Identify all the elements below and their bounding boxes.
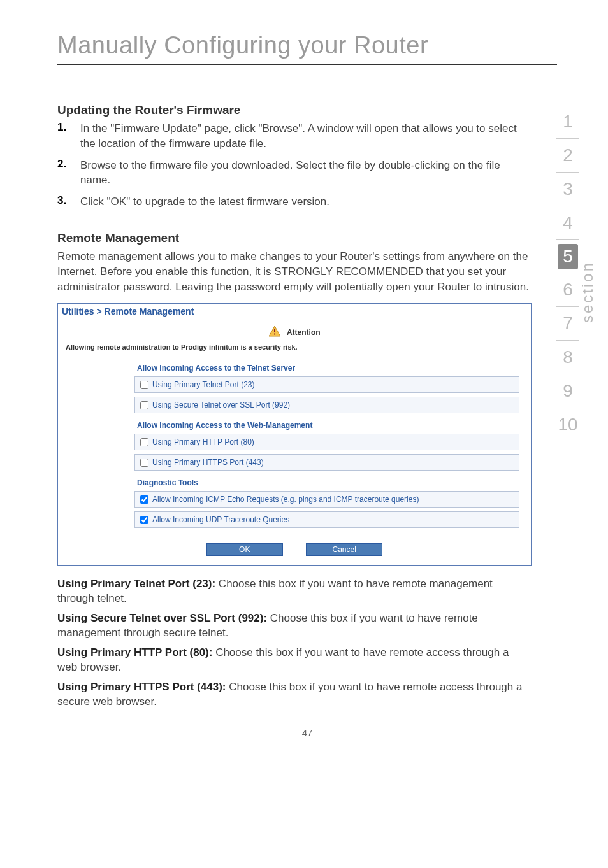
- page-number: 47: [57, 727, 557, 738]
- https-checkbox[interactable]: [140, 459, 148, 467]
- attention-label: Attention: [287, 328, 321, 337]
- nav-5[interactable]: 5: [558, 244, 578, 269]
- option-row[interactable]: Allow Incoming UDP Traceroute Queries: [134, 511, 519, 528]
- panel-header: Utilities > Remote Management: [58, 304, 531, 319]
- definition-telnet-992: Using Secure Telnet over SSL Port (992):…: [57, 611, 532, 641]
- list-item: 1. In the "Firmware Update" page, click …: [57, 121, 532, 152]
- nav-10[interactable]: 10: [556, 408, 579, 441]
- option-row[interactable]: Allow Incoming ICMP Echo Requests (e.g. …: [134, 491, 519, 508]
- definition-telnet-23: Using Primary Telnet Port (23): Choose t…: [57, 577, 532, 606]
- remote-intro: Remote management allows you to make cha…: [57, 249, 532, 294]
- options-block: Allow Incoming Access to the Telnet Serv…: [134, 360, 519, 528]
- udp-traceroute-checkbox[interactable]: [140, 516, 148, 524]
- section-label: section: [579, 261, 597, 323]
- option-label: Using Primary HTTP Port (80): [152, 438, 254, 446]
- step-num: 2.: [57, 158, 80, 189]
- svg-rect-2: [274, 334, 275, 335]
- page-title: Manually Configuring your Router: [57, 32, 557, 65]
- definition-https-443: Using Primary HTTPS Port (443): Choose t…: [57, 680, 532, 709]
- option-row[interactable]: Using Secure Telnet over SSL Port (992): [134, 397, 519, 413]
- definition-http-80: Using Primary HTTP Port (80): Choose thi…: [57, 646, 532, 675]
- definition-term: Using Secure Telnet over SSL Port (992):: [57, 612, 267, 624]
- icmp-checkbox[interactable]: [140, 495, 148, 504]
- nav-2[interactable]: 2: [556, 139, 579, 173]
- option-label: Allow Incoming ICMP Echo Requests (e.g. …: [152, 495, 419, 504]
- nav-3[interactable]: 3: [556, 173, 579, 206]
- nav-1[interactable]: 1: [556, 105, 579, 139]
- option-label: Using Primary Telnet Port (23): [152, 380, 255, 389]
- option-row[interactable]: Using Primary HTTP Port (80): [134, 434, 519, 450]
- nav-8[interactable]: 8: [556, 341, 579, 374]
- nav-6[interactable]: 6: [556, 273, 579, 307]
- attention-subtext: Allowing remote administration to Prodig…: [58, 342, 531, 360]
- step-text: In the "Firmware Update" page, click "Br…: [80, 121, 532, 152]
- list-item: 3. Click "OK" to upgrade to the latest f…: [57, 194, 532, 210]
- option-label: Using Primary HTTPS Port (443): [152, 458, 264, 467]
- button-row: OK Cancel: [58, 532, 531, 565]
- attention-row: Attention: [58, 319, 531, 342]
- remote-management-panel: Utilities > Remote Management Attention …: [57, 303, 532, 566]
- nav-9[interactable]: 9: [556, 374, 579, 408]
- list-item: 2. Browse to the firmware file you downl…: [57, 158, 532, 189]
- content: Updating the Router's Firmware 1. In the…: [57, 103, 557, 709]
- definition-term: Using Primary Telnet Port (23):: [57, 578, 215, 590]
- web-heading: Allow Incoming Access to the Web-Managem…: [134, 417, 519, 434]
- step-text: Browse to the firmware file you download…: [80, 158, 532, 189]
- section-nav: 1 2 3 4 5 6 7 8 9 10: [556, 105, 579, 441]
- cancel-button[interactable]: Cancel: [306, 543, 382, 556]
- option-label: Using Secure Telnet over SSL Port (992): [152, 401, 290, 409]
- step-num: 3.: [57, 194, 80, 210]
- http-checkbox[interactable]: [140, 438, 148, 446]
- ok-button[interactable]: OK: [206, 543, 283, 556]
- nav-4[interactable]: 4: [556, 206, 579, 240]
- svg-rect-1: [274, 329, 275, 332]
- updating-steps: 1. In the "Firmware Update" page, click …: [57, 121, 532, 210]
- telnet-heading: Allow Incoming Access to the Telnet Serv…: [134, 360, 519, 376]
- updating-heading: Updating the Router's Firmware: [57, 103, 532, 117]
- option-row[interactable]: Using Primary Telnet Port (23): [134, 376, 519, 393]
- definition-term: Using Primary HTTPS Port (443):: [57, 681, 226, 693]
- telnet-ssl-checkbox[interactable]: [140, 401, 148, 409]
- diagnostic-heading: Diagnostic Tools: [134, 474, 519, 491]
- warning-icon: [268, 325, 281, 339]
- telnet-primary-checkbox[interactable]: [140, 381, 148, 389]
- option-row[interactable]: Using Primary HTTPS Port (443): [134, 454, 519, 471]
- option-label: Allow Incoming UDP Traceroute Queries: [152, 515, 289, 524]
- nav-7[interactable]: 7: [556, 307, 579, 341]
- step-num: 1.: [57, 121, 80, 152]
- step-text: Click "OK" to upgrade to the latest firm…: [80, 194, 329, 210]
- remote-heading: Remote Management: [57, 231, 532, 245]
- definition-term: Using Primary HTTP Port (80):: [57, 646, 212, 658]
